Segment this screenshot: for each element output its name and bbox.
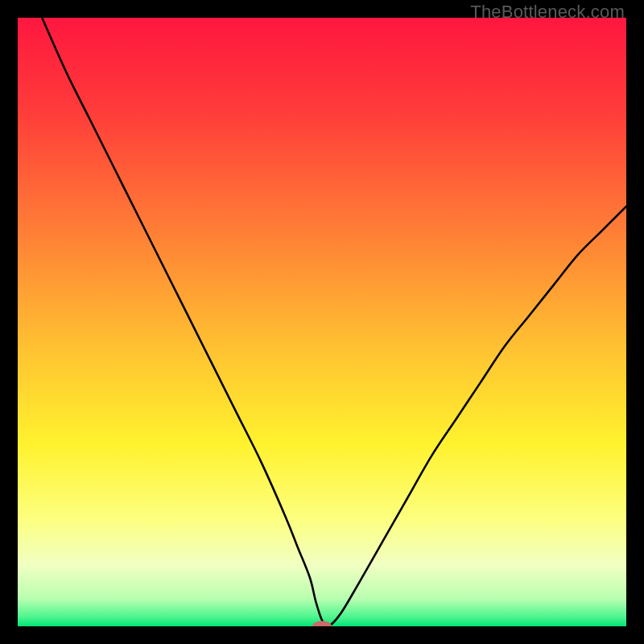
chart-frame	[18, 18, 626, 626]
chart-background	[18, 18, 626, 626]
bottleneck-chart	[18, 18, 626, 626]
